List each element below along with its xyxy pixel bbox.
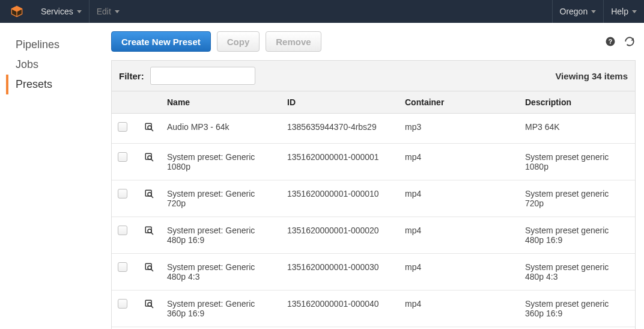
- cell-name: System preset: Generic 720p: [161, 180, 281, 217]
- cell-description: System preset generic 480p 16:9: [519, 217, 635, 254]
- row-checkbox[interactable]: [118, 262, 127, 272]
- svg-text:?: ?: [609, 38, 612, 45]
- filter-input[interactable]: [150, 67, 255, 85]
- services-menu[interactable]: Services: [34, 0, 90, 23]
- svg-point-6: [148, 156, 151, 159]
- magnify-icon[interactable]: [144, 152, 155, 163]
- table-row[interactable]: System preset: Generic 480p 4:3135162000…: [112, 254, 635, 291]
- sidebar-item-jobs[interactable]: Jobs: [6, 55, 111, 75]
- remove-button[interactable]: Remove: [266, 31, 321, 52]
- cell-description: System preset generic 720p: [519, 180, 635, 217]
- row-checkbox[interactable]: [118, 152, 127, 162]
- services-label: Services: [41, 7, 73, 16]
- row-checkbox[interactable]: [118, 299, 127, 309]
- cell-container: mp4: [399, 144, 519, 180]
- col-container-header[interactable]: Container: [399, 91, 519, 114]
- cell-id: 1351620000001-000040: [281, 291, 399, 327]
- refresh-icon[interactable]: [624, 35, 636, 48]
- table-body[interactable]: Audio MP3 - 64k1385635944370-4rbs29mp3MP…: [112, 114, 635, 329]
- cell-container: mp3: [399, 114, 519, 144]
- help-menu[interactable]: Help: [604, 0, 644, 23]
- svg-point-18: [148, 303, 151, 306]
- cell-description: MP3 64K: [519, 114, 635, 144]
- top-navbar: Services Edit Oregon Help: [0, 0, 644, 23]
- chevron-down-icon: [591, 10, 596, 13]
- filter-bar: Filter: Viewing 34 items: [112, 61, 635, 91]
- cell-name: Audio MP3 - 64k: [161, 114, 281, 144]
- svg-point-3: [148, 126, 151, 129]
- sidebar-item-pipelines[interactable]: Pipelines: [6, 35, 111, 55]
- filter-label: Filter:: [119, 71, 144, 81]
- svg-line-4: [151, 129, 153, 131]
- col-checkbox-header: [112, 91, 138, 114]
- cell-container: mp4: [399, 254, 519, 291]
- region-label: Oregon: [560, 7, 588, 16]
- table-wrap: Name ID Container Description Audio MP3 …: [112, 91, 635, 329]
- svg-point-9: [148, 192, 151, 196]
- help-icon[interactable]: ?: [604, 35, 616, 48]
- viewing-count: Viewing 34 items: [555, 71, 628, 81]
- main-layout: Pipelines Jobs Presets Create New Preset…: [0, 23, 644, 329]
- svg-line-19: [151, 306, 153, 308]
- svg-point-15: [148, 266, 151, 269]
- cell-description: System preset generic 1080p: [519, 144, 635, 180]
- row-checkbox[interactable]: [118, 122, 127, 132]
- cell-id: 1351620000001-000010: [281, 180, 399, 217]
- edit-label: Edit: [97, 7, 111, 16]
- svg-line-16: [151, 269, 153, 271]
- svg-line-10: [151, 195, 153, 198]
- topbar-right: Oregon Help: [552, 0, 645, 23]
- cell-description: System preset generic 360p 16:9: [519, 291, 635, 327]
- sidebar-item-presets[interactable]: Presets: [6, 75, 111, 94]
- cell-description: System preset generic 480p 4:3: [519, 254, 635, 291]
- col-description-header[interactable]: Description: [519, 91, 635, 114]
- chevron-down-icon: [77, 10, 82, 13]
- panel: Filter: Viewing 34 items Name ID Contain…: [111, 60, 636, 329]
- aws-logo-icon[interactable]: [5, 4, 29, 19]
- cell-name: System preset: Generic 1080p: [161, 144, 281, 180]
- col-icon-header: [138, 91, 161, 114]
- region-menu[interactable]: Oregon: [553, 0, 604, 23]
- cell-container: mp4: [399, 291, 519, 327]
- cell-name: System preset: Generic 480p 4:3: [161, 254, 281, 291]
- magnify-icon[interactable]: [144, 226, 155, 236]
- table-row[interactable]: System preset: Generic 720p1351620000001…: [112, 180, 635, 217]
- table-row[interactable]: System preset: Generic 1080p135162000000…: [112, 144, 635, 180]
- row-checkbox[interactable]: [118, 189, 127, 198]
- magnify-icon[interactable]: [144, 299, 155, 310]
- cell-id: 1351620000001-000001: [281, 144, 399, 180]
- cell-id: 1351620000001-000020: [281, 217, 399, 254]
- cell-container: mp4: [399, 180, 519, 217]
- svg-line-13: [151, 232, 153, 235]
- col-id-header[interactable]: ID: [281, 91, 399, 114]
- table-row[interactable]: Audio MP3 - 64k1385635944370-4rbs29mp3MP…: [112, 114, 635, 144]
- chevron-down-icon: [632, 10, 637, 13]
- magnify-icon[interactable]: [144, 189, 155, 200]
- magnify-icon[interactable]: [144, 262, 155, 273]
- edit-menu[interactable]: Edit: [90, 0, 127, 23]
- cell-id: 1351620000001-000030: [281, 254, 399, 291]
- cell-id: 1385635944370-4rbs29: [281, 114, 399, 144]
- chevron-down-icon: [115, 10, 120, 13]
- cell-name: System preset: Generic 480p 16:9: [161, 217, 281, 254]
- cell-name: System preset: Generic 360p 16:9: [161, 291, 281, 327]
- table-row[interactable]: System preset: Generic 360p 16:913516200…: [112, 291, 635, 327]
- create-new-preset-button[interactable]: Create New Preset: [111, 31, 211, 52]
- svg-point-12: [148, 229, 151, 233]
- cell-container: mp4: [399, 217, 519, 254]
- content: Create New Preset Copy Remove ? Filter: …: [111, 23, 644, 329]
- table-row[interactable]: System preset: Generic 480p 16:913516200…: [112, 217, 635, 254]
- help-label: Help: [611, 7, 628, 16]
- copy-button[interactable]: Copy: [217, 31, 260, 52]
- presets-table: Name ID Container Description Audio MP3 …: [112, 91, 635, 329]
- col-name-header[interactable]: Name: [161, 91, 281, 114]
- magnify-icon[interactable]: [144, 122, 155, 133]
- sidebar: Pipelines Jobs Presets: [0, 23, 111, 329]
- toolbar: Create New Preset Copy Remove ?: [111, 31, 636, 52]
- toolbar-right: ?: [604, 35, 636, 48]
- row-checkbox[interactable]: [118, 226, 127, 235]
- svg-line-7: [151, 159, 153, 161]
- topbar-left: Services Edit: [0, 0, 127, 23]
